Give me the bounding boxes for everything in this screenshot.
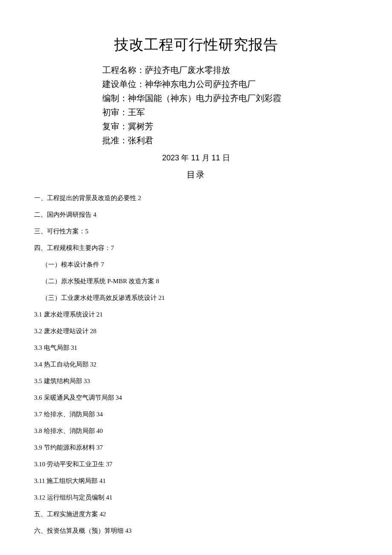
toc-item: 3.2 废水处理站设计 28 bbox=[34, 323, 358, 340]
toc-item: 一、工程提出的背景及改造的必要性 2 bbox=[34, 190, 358, 206]
document-title: 技改工程可行性研究报告 bbox=[34, 35, 358, 55]
document-page: 技改工程可行性研究报告 工程名称：萨拉齐电厂废水零排放 建设单位：神华神东电力公… bbox=[0, 0, 392, 555]
toc-list: 一、工程提出的背景及改造的必要性 2二、国内外调研报告 4三、可行性方案：5四、… bbox=[34, 190, 358, 539]
document-date: 2023 年 11 月 11 日 bbox=[34, 153, 358, 163]
toc-item: 3.7 给排水、消防局部 34 bbox=[34, 406, 358, 423]
toc-item: 3.12 运行组织与定员编制 41 bbox=[34, 489, 358, 506]
toc-item: 三、可行性方案：5 bbox=[34, 223, 358, 240]
toc-item: （二）原水预处理系统 P-MBR 改造方案 8 bbox=[42, 273, 358, 290]
meta-approve: 批准：张利君 bbox=[102, 134, 358, 148]
toc-item: 二、国内外调研报告 4 bbox=[34, 206, 358, 223]
toc-item: 四、工程规模和主要内容：7 bbox=[34, 240, 358, 256]
meta-author: 编制：神华国能（神东）电力萨拉齐电厂刘彩霞 bbox=[102, 91, 358, 105]
toc-item: 六、投资估算及概（预）算明细 43 bbox=[34, 523, 358, 539]
meta-block: 工程名称：萨拉齐电厂废水零排放 建设单位：神华神东电力公司萨拉齐电厂 编制：神华… bbox=[102, 63, 358, 148]
toc-item: 3.4 热工自动化局部 32 bbox=[34, 356, 358, 373]
meta-first-review: 初审：王军 bbox=[102, 105, 358, 119]
toc-item: （一）根本设计条件 7 bbox=[42, 256, 358, 273]
toc-item: 3.6 采暖通风及空气调节局部 34 bbox=[34, 389, 358, 406]
toc-item: 3.9 节约能源和原材料 37 bbox=[34, 439, 358, 456]
toc-item: 3.1 废水处理系统设计 21 bbox=[34, 306, 358, 323]
toc-heading: 目录 bbox=[34, 169, 358, 180]
meta-project-name: 工程名称：萨拉齐电厂废水零排放 bbox=[102, 63, 358, 77]
toc-item: 3.5 建筑结构局部 33 bbox=[34, 373, 358, 389]
toc-item: 3.8 给排水、消防局部 40 bbox=[34, 423, 358, 439]
toc-item: 3.3 电气局部 31 bbox=[34, 340, 358, 356]
toc-item: 3.10 劳动平安和工业卫生 37 bbox=[34, 456, 358, 473]
toc-item: （三）工业废水处理高效反渗透系统设计 21 bbox=[42, 290, 358, 306]
toc-item: 3.11 施工组织大纲局部 41 bbox=[34, 473, 358, 489]
meta-second-review: 复审：冀树芳 bbox=[102, 119, 358, 134]
toc-item: 五、工程实施进度方案 42 bbox=[34, 506, 358, 523]
meta-build-unit: 建设单位：神华神东电力公司萨拉齐电厂 bbox=[102, 77, 358, 91]
